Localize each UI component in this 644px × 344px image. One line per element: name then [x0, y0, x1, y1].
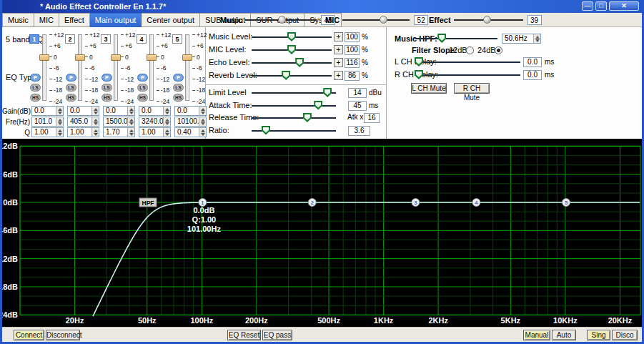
attack-time-thumb[interactable]: [314, 101, 322, 110]
spinner-arrows[interactable]: [127, 128, 134, 137]
eq-q-band-3[interactable]: 1.70: [103, 127, 135, 137]
eq-gain-db-band-4[interactable]: 0.0: [139, 106, 171, 116]
eq-gain-thumb-4[interactable]: [147, 54, 157, 61]
r-ch-mute-button[interactable]: R CH Mute: [454, 83, 490, 94]
l-ch-delay-track[interactable]: [415, 62, 520, 63]
eq-band-select-2[interactable]: 2: [65, 34, 75, 44]
eq-gain-db-band-3[interactable]: 0.0: [103, 106, 135, 116]
eq-fre-hz-band-4[interactable]: 3240.0: [139, 117, 171, 127]
tab-effect[interactable]: Effect: [59, 13, 90, 27]
spinner-arrows[interactable]: [91, 117, 99, 126]
eq-type-p-band-5[interactable]: P: [173, 74, 184, 82]
eq-pass-button[interactable]: EQ pass: [262, 330, 292, 340]
music-level-thumb[interactable]: [287, 32, 296, 41]
eq-q-band-2[interactable]: 1.00: [67, 127, 99, 137]
close-button[interactable]: ✕: [609, 1, 639, 11]
master-slider-track-effect[interactable]: [454, 19, 523, 21]
eq-type-p-band-3[interactable]: P: [101, 74, 112, 82]
music-hpf-spinner[interactable]: [533, 34, 540, 43]
echo-level-plus-button[interactable]: +: [334, 58, 343, 67]
eq-fre-hz-band-5[interactable]: 10100.0: [174, 117, 207, 127]
attack-time-value-box[interactable]: 45: [348, 101, 367, 111]
limit-level-value-box[interactable]: 14: [348, 88, 367, 98]
tab-main-output[interactable]: Main output: [90, 13, 142, 27]
eq-gain-db-band-2[interactable]: 0.0: [67, 106, 99, 116]
spinner-arrows[interactable]: [199, 117, 206, 126]
eq-gain-slider-1[interactable]: [42, 34, 46, 101]
mic-level-track[interactable]: [252, 49, 332, 51]
eq-gain-slider-2[interactable]: [78, 34, 82, 101]
eq-band-select-3[interactable]: 3: [101, 34, 111, 44]
spinner-arrows[interactable]: [91, 128, 99, 137]
eq-type-p-band-4[interactable]: P: [137, 74, 148, 82]
reverb-level-plus-button[interactable]: +: [334, 71, 343, 80]
reverb-level-thumb[interactable]: [282, 71, 290, 80]
spinner-arrows[interactable]: [127, 107, 134, 115]
eq-type-hs-band-5[interactable]: HS: [173, 94, 184, 102]
r-ch-delay-value-box[interactable]: 0.0: [523, 70, 542, 80]
eq-gain-thumb-1[interactable]: [39, 54, 49, 61]
eq-type-ls-band-5[interactable]: LS: [173, 84, 184, 92]
spinner-arrows[interactable]: [56, 117, 63, 126]
echo-level-track[interactable]: [252, 62, 332, 64]
eq-q-band-4[interactable]: 1.00: [139, 127, 171, 137]
ratio-thumb[interactable]: [262, 126, 270, 135]
echo-level-value-box[interactable]: 116: [345, 58, 360, 68]
l-ch-delay-value-box[interactable]: 0.0: [523, 57, 542, 67]
eq-gain-db-band-5[interactable]: 0.0: [174, 106, 207, 116]
ratio-value-box[interactable]: 3.6: [348, 126, 370, 136]
eq-gain-slider-4[interactable]: [149, 34, 154, 101]
spinner-arrows[interactable]: [56, 107, 63, 115]
mic-level-plus-button[interactable]: +: [334, 45, 343, 54]
eq-gain-db-band-1[interactable]: 0.0: [31, 106, 64, 116]
r-ch-delay-track[interactable]: [415, 74, 520, 76]
auto-button[interactable]: Auto: [552, 330, 576, 340]
echo-level-thumb[interactable]: [295, 58, 304, 67]
master-slider-track-music[interactable]: [245, 19, 317, 21]
eq-gain-slider-5[interactable]: [185, 34, 189, 101]
disconnect-button[interactable]: Disconnect: [46, 330, 80, 340]
reverb-level-value-box[interactable]: 86: [345, 71, 360, 81]
eq-gain-thumb-2[interactable]: [75, 54, 85, 61]
minimize-button[interactable]: —: [582, 1, 593, 11]
disco-button[interactable]: Disco: [612, 330, 638, 340]
limit-level-thumb[interactable]: [323, 88, 332, 97]
tab-mic[interactable]: MIC: [34, 13, 59, 27]
eq-band-select-1[interactable]: 1: [29, 34, 39, 44]
spinner-arrows[interactable]: [91, 107, 99, 115]
l-ch-mute-button[interactable]: L CH Mute: [411, 83, 447, 94]
eq-band-select-4[interactable]: 4: [137, 34, 147, 44]
attack-time-track[interactable]: [252, 105, 336, 107]
sing-button[interactable]: Sing: [587, 330, 610, 340]
master-slider-thumb[interactable]: [278, 16, 286, 24]
eq-type-ls-band-4[interactable]: LS: [137, 84, 148, 92]
master-slider-track-mic[interactable]: [342, 19, 410, 21]
manual-button[interactable]: Manual: [523, 330, 550, 340]
master-slider-thumb[interactable]: [380, 16, 387, 24]
eq-type-p-band-1[interactable]: P: [30, 74, 41, 82]
eq-band-select-5[interactable]: 5: [172, 34, 182, 44]
eq-gain-slider-3[interactable]: [114, 34, 118, 101]
tab-center-output[interactable]: Center output: [142, 13, 200, 27]
spinner-arrows[interactable]: [56, 128, 63, 137]
music-level-plus-button[interactable]: +: [334, 32, 343, 41]
eq-type-ls-band-1[interactable]: LS: [30, 84, 41, 92]
master-slider-thumb[interactable]: [483, 16, 491, 24]
spinner-arrows[interactable]: [163, 107, 170, 115]
spinner-arrows[interactable]: [199, 107, 206, 115]
reverb-level-track[interactable]: [252, 75, 332, 77]
eq-q-band-1[interactable]: 1.00: [31, 127, 64, 137]
eq-type-hs-band-4[interactable]: HS: [137, 94, 148, 102]
eq-gain-thumb-3[interactable]: [111, 54, 121, 61]
eq-q-band-5[interactable]: 0.40: [174, 127, 207, 137]
slope-radio-24db[interactable]: [495, 46, 502, 54]
music-hpf-track[interactable]: [415, 38, 497, 39]
spinner-arrows[interactable]: [199, 128, 206, 137]
eq-type-ls-band-3[interactable]: LS: [101, 84, 112, 92]
music-level-value-box[interactable]: 100: [345, 32, 360, 42]
eq-fre-hz-band-3[interactable]: 1500.0: [103, 117, 135, 127]
tab-music[interactable]: Music: [2, 13, 34, 27]
slope-radio-12db[interactable]: [466, 46, 474, 54]
eq-type-hs-band-2[interactable]: HS: [66, 94, 76, 102]
music-hpf-thumb[interactable]: [437, 34, 446, 43]
